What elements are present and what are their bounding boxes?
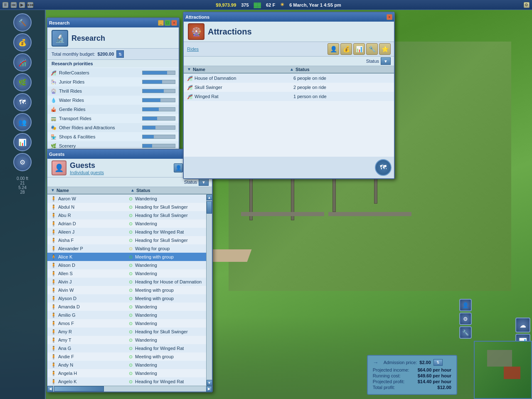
research-item[interactable]: 🏪 Shops & Facilities xyxy=(47,132,179,141)
attractions-list: 🎢 House of Damnation 6 people on ride 🎢 … xyxy=(184,74,394,123)
guests-scrollbar-vertical[interactable]: ▲ ▼ xyxy=(206,195,212,386)
research-item[interactable]: 🎢 RollerCoasters xyxy=(47,68,179,77)
attraction-row[interactable]: 🎢 House of Damnation 6 people on ride xyxy=(184,74,394,83)
research-minimize-btn[interactable]: _ xyxy=(158,20,164,26)
cloud-icon-btn[interactable]: ☁ xyxy=(515,318,530,332)
research-item[interactable]: 🎠 Junior Rides xyxy=(47,77,179,86)
hscroll-track[interactable] xyxy=(53,386,206,392)
guest-row[interactable]: 🧍 Adrian D ⊙ Wandering xyxy=(47,219,206,228)
guest-name: Aaron W xyxy=(58,196,126,201)
scroll-thumb[interactable] xyxy=(207,201,212,214)
attractions-subtitle[interactable]: Rides xyxy=(187,47,326,52)
attraction-icon-btn5[interactable]: ⭐ xyxy=(379,43,391,55)
guest-row[interactable]: 🧍 Allen S ⊙ Wandering xyxy=(47,269,206,278)
hscroll-right-arrow[interactable]: ▶ xyxy=(206,386,212,392)
guest-row[interactable]: 🧍 Amos F ⊙ Wandering xyxy=(47,319,206,328)
hscroll-thumb[interactable] xyxy=(54,386,104,392)
research-close-btn[interactable]: × xyxy=(171,20,177,26)
attraction-icon-btn2[interactable]: 💰 xyxy=(340,43,352,55)
guest-row[interactable]: 🧍 Alyson D ⊙ Meeting with group xyxy=(47,294,206,303)
research-bar xyxy=(143,117,157,120)
guest-row[interactable]: 🧍 Aaron W ⊙ Wandering xyxy=(47,195,206,203)
settings-icon[interactable]: ⚙ xyxy=(524,2,530,8)
status-filter-dropdown[interactable]: ▼ xyxy=(199,178,209,186)
attractions-nav-btn[interactable]: 🗺 xyxy=(375,159,392,176)
attraction-row[interactable]: 🎢 Winged Rat 1 person on ride xyxy=(184,92,394,101)
guest-status-icon: ⊙ xyxy=(128,271,133,276)
guest-row[interactable]: 🧍 Ana G ⊙ Heading for Winged Rat xyxy=(47,344,206,352)
guests-subtitle[interactable]: Individual guests xyxy=(70,170,104,175)
research-maximize-btn[interactable]: □ xyxy=(165,20,170,26)
person-icon-btn[interactable]: 👤 xyxy=(459,299,472,311)
guest-row[interactable]: 🧍 Alvin J ⊙ Heading for House of Damnati… xyxy=(47,278,206,286)
fast-forward-btn[interactable]: ⏭⏭ xyxy=(27,2,33,8)
guests-name-column-header[interactable]: Name xyxy=(57,188,129,193)
bottom-right-controls: ☁ 📊 👤 ⚙ 🔧 xyxy=(449,316,532,399)
playback-controls: ⏸ ⏮ ▶ ⏭⏭ xyxy=(2,2,33,8)
attraction-row[interactable]: 🎢 Skull Swinger 2 people on ride xyxy=(184,83,394,92)
sidebar-btn-finance[interactable]: 💰 xyxy=(13,33,32,52)
research-bar xyxy=(143,108,159,111)
guest-row[interactable]: 🧍 Amy T ⊙ Wandering xyxy=(47,336,206,344)
guest-row[interactable]: 🧍 Amanda D ⊙ Wandering xyxy=(47,303,206,311)
guest-row[interactable]: 🧍 Aisha F ⊙ Heading for Skull Swinger xyxy=(47,236,206,244)
research-bar xyxy=(143,89,164,93)
scroll-up-arrow[interactable]: ▲ xyxy=(207,195,212,200)
guests-list: 🧍 Aaron W ⊙ Wandering 🧍 Abdul N ⊙ Headin… xyxy=(47,195,206,386)
attr-status-dropdown[interactable]: ▼ xyxy=(381,57,391,65)
research-item[interactable]: 💧 Water Rides xyxy=(47,96,179,105)
research-item[interactable]: 🎪 Gentle Rides xyxy=(47,105,179,114)
scroll-down-arrow[interactable]: ▼ xyxy=(207,380,212,386)
guest-row[interactable]: 🧍 Andie F ⊙ Meeting with group xyxy=(47,352,206,361)
guest-row[interactable]: 🧍 Alison D ⊙ Wandering xyxy=(47,261,206,269)
guest-row[interactable]: 🧍 Alvin W ⊙ Meeting with group xyxy=(47,286,206,294)
budget-up-button[interactable]: ⇅ xyxy=(116,50,124,58)
sidebar-btn-settings[interactable]: ⚙ xyxy=(13,153,32,171)
guest-row[interactable]: 🧍 Andy N ⊙ Wandering xyxy=(47,361,206,369)
play-btn[interactable]: ▶ xyxy=(19,2,25,8)
attr-name-col-header[interactable]: Name xyxy=(193,67,288,72)
guest-row[interactable]: 🧍 Amilio G ⊙ Wandering xyxy=(47,311,206,319)
guest-avatar-icon: 🧍 xyxy=(51,212,57,218)
admission-adjust-btn[interactable]: ⇅ xyxy=(433,359,443,366)
guests-status-column-header[interactable]: Status xyxy=(136,188,209,193)
guest-row[interactable]: 🧍 Alice K ⊙ Meeting with group xyxy=(47,253,206,261)
attr-status-col-header[interactable]: Status xyxy=(296,67,391,72)
guest-row[interactable]: 🧍 Angela H ⊙ Wandering xyxy=(47,369,206,377)
guest-status-icon: ⊙ xyxy=(128,262,133,268)
attraction-icon-btn1[interactable]: 👤 xyxy=(328,43,339,55)
guest-name: Aisha F xyxy=(58,238,126,243)
guest-row[interactable]: 🧍 Aileen J ⊙ Heading for Winged Rat xyxy=(47,228,206,236)
minimap[interactable] xyxy=(474,341,532,399)
guest-row[interactable]: 🧍 Abu R ⊙ Heading for Skull Swinger xyxy=(47,211,206,219)
hscroll-left-arrow[interactable]: ◀ xyxy=(47,386,53,392)
gear-small-icon-btn[interactable]: ⚙ xyxy=(459,313,472,325)
attraction-icon-btn4[interactable]: 🔧 xyxy=(366,43,378,55)
guest-row[interactable]: 🧍 Amy R ⊙ Heading for Skull Swinger xyxy=(47,328,206,336)
research-item[interactable]: 🎭 Other Rides and Attractions xyxy=(47,123,179,132)
guests-scrollbar-horizontal[interactable]: ◀ ▶ xyxy=(47,386,212,392)
scroll-track[interactable] xyxy=(207,200,212,380)
guest-row[interactable]: 🧍 Angelo K ⊙ Heading for Winged Rat xyxy=(47,377,206,386)
money-display: $9,973.99 xyxy=(216,2,236,7)
guest-row[interactable]: 🧍 Abdul N ⊙ Heading for Skull Swinger xyxy=(47,203,206,211)
research-item[interactable]: 🚃 Transport Rides xyxy=(47,114,179,123)
sidebar-btn-stats[interactable]: 📊 xyxy=(13,133,32,151)
pause-btn[interactable]: ⏸ xyxy=(2,2,8,8)
sidebar-btn-guests[interactable]: 👥 xyxy=(13,113,32,131)
sidebar-btn-build[interactable]: 🔨 xyxy=(13,13,32,32)
sidebar-btn-scenery[interactable]: 🌿 xyxy=(13,73,32,91)
sidebar-btn-map[interactable]: 🗺 xyxy=(13,93,32,111)
sidebar-btn-rides[interactable]: 🎢 xyxy=(13,53,32,71)
guest-row[interactable]: 🧍 Alexander P ⊙ Waiting for group xyxy=(47,244,206,253)
guest-name: Ana G xyxy=(58,346,126,351)
guest-status-icon: ⊙ xyxy=(128,279,133,285)
attractions-close-btn[interactable]: × xyxy=(387,14,392,20)
rewind-btn[interactable]: ⏮ xyxy=(11,2,17,8)
research-item[interactable]: 🎡 Thrill Rides xyxy=(47,86,179,96)
running-cost-label: Running cost: xyxy=(373,373,401,378)
guest-avatar-icon: 🧍 xyxy=(51,379,57,384)
attraction-icon-btn3[interactable]: 📊 xyxy=(353,43,365,55)
guests-view-btn1[interactable]: 👤 xyxy=(174,163,183,172)
wrench-icon-btn[interactable]: 🔧 xyxy=(459,326,472,339)
